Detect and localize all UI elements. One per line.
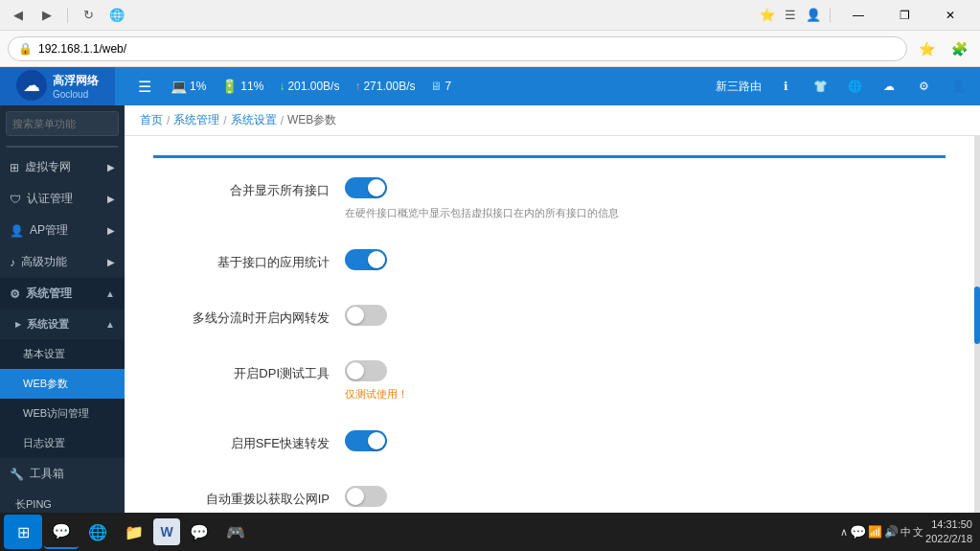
shirt-icon[interactable]: 👕 [809, 76, 831, 97]
taskbar-app-game[interactable]: 🎮 [218, 515, 253, 549]
toggle-sfe-forward[interactable] [345, 430, 387, 451]
globe-icon[interactable]: 🌐 [106, 5, 127, 26]
toggle-merge-interfaces[interactable] [345, 177, 387, 198]
forward-btn[interactable]: ▶ [36, 5, 57, 26]
setting-control: 在硬件接口概览中显示包括虚拟接口在内的所有接口的信息 [345, 177, 619, 220]
setting-desc: 在硬件接口概览中显示包括虚拟接口在内的所有接口的信息 [345, 206, 619, 220]
settings-icon[interactable]: ⚙ [913, 76, 934, 97]
toggle-multiline-nat[interactable] [345, 305, 387, 326]
arrow-icon: ▶ [107, 194, 115, 204]
main-layout: 悬浮式 下拉式 ⊞ 虚拟专网 ▶ 🛡 认证管理 ▶ 👤 AP管理 ▶ ♪ 高级功… [0, 105, 980, 513]
sidebar-item-log-settings[interactable]: 日志设置 [0, 428, 125, 458]
sidebar-item-basic-settings[interactable]: 基本设置 [0, 339, 125, 369]
back-btn[interactable]: ◀ [8, 5, 29, 26]
content-area: 首页 / 系统管理 / 系统设置 / WEB参数 合并显示所有接口 在硬件接口概… [125, 105, 980, 513]
sidebar-item-virtual-net[interactable]: ⊞ 虚拟专网 ▶ [0, 151, 125, 183]
sidebar-item-label: 工具箱 [30, 466, 64, 482]
systray-volume[interactable]: 🔊 [884, 525, 899, 539]
logo-text: 高浮网络 Gocloud [53, 73, 99, 100]
start-button[interactable]: ⊞ [4, 515, 42, 549]
scrollbar[interactable] [974, 136, 980, 513]
auth-icon: 🛡 [10, 193, 21, 206]
setting-label: 多线分流时开启内网转发 [153, 305, 345, 332]
sidebar-item-tools[interactable]: 🔧 工具箱 [0, 458, 125, 490]
user-icon[interactable]: 👤 [947, 76, 969, 97]
systray-lang[interactable]: 中 [900, 525, 911, 540]
toggle-knob [368, 179, 385, 196]
router-name: 新三路由 [716, 79, 762, 95]
setting-control [345, 305, 387, 326]
view-toggle: 悬浮式 下拉式 [6, 146, 119, 148]
titlebar-nav: ◀ ▶ ↻ 🌐 [8, 5, 127, 26]
sidebar-item-sys-settings[interactable]: ▸ 系统设置 ▲ [0, 310, 125, 339]
sidebar-item-auth[interactable]: 🛡 认证管理 ▶ [0, 183, 125, 215]
taskbar: ⊞ 💬 🌐 📁 W 💬 🎮 ∧ 💬 📶 🔊 中 文 14:31:50 2022/… [0, 513, 980, 551]
setting-label: 合并显示所有接口 [153, 177, 345, 204]
globe2-icon[interactable]: 🌐 [844, 76, 865, 97]
sidebar-item-label: 系统管理 [26, 286, 72, 302]
breadcrumb-sys-settings[interactable]: 系统设置 [231, 112, 277, 128]
sidebar-item-label: 虚拟专网 [25, 159, 71, 175]
setting-label: 启用SFE快速转发 [153, 430, 345, 457]
toggle-knob [347, 488, 364, 505]
taskbar-app-word[interactable]: W [153, 518, 180, 545]
setting-control [345, 249, 387, 270]
maximize-btn[interactable]: ❐ [882, 0, 926, 31]
breadcrumb-home[interactable]: 首页 [140, 112, 163, 128]
systray-chat[interactable]: 💬 [850, 524, 866, 540]
share-icon[interactable]: ⭐ [757, 5, 778, 26]
sidebar-item-sys-mgmt[interactable]: ⚙ 系统管理 ▲ [0, 278, 125, 310]
toggle-dpi-test[interactable] [345, 360, 387, 381]
toggle-auto-dial[interactable] [345, 486, 387, 507]
systray-lang2[interactable]: 文 [913, 525, 923, 540]
sys-mgmt-icon: ⚙ [10, 287, 20, 301]
titlebar: ◀ ▶ ↻ 🌐 ⭐ ☰ 👤 — ❐ ✕ [0, 0, 980, 31]
sidebar-item-advanced[interactable]: ♪ 高级功能 ▶ [0, 246, 125, 278]
header-actions: 新三路由 ℹ 👕 🌐 ☁ ⚙ 👤 [716, 76, 969, 97]
browser-action-ext[interactable]: 🧩 [946, 35, 972, 62]
cloud-icon[interactable]: ☁ [878, 76, 900, 97]
taskbar-time[interactable]: 14:31:50 2022/2/18 [925, 517, 972, 547]
systray-network[interactable]: 📶 [868, 525, 882, 539]
sidebar-item-long-ping[interactable]: 长PING [0, 490, 125, 513]
browser-toolbar: 🔒 192.168.1.1/web/ ⭐ 🧩 [0, 31, 980, 67]
arrow-icon: ▶ [107, 225, 115, 236]
close-btn[interactable]: ✕ [928, 0, 972, 31]
browser-action-star[interactable]: ⭐ [913, 35, 940, 62]
sidebar-item-label: 高级功能 [21, 254, 67, 270]
profile-icon[interactable]: 👤 [803, 5, 824, 26]
arrow-icon: ▶ [107, 257, 115, 267]
taskbar-app-explorer[interactable]: 📁 [117, 515, 151, 549]
float-view-btn[interactable]: 悬浮式 [7, 147, 62, 148]
stats-bar: ☁ 高浮网络 Gocloud ☰ 💻 1% 🔋 11% ↓ 201.00B/s … [0, 67, 980, 105]
toggle-knob [347, 362, 364, 379]
menu-icon[interactable]: ☰ [780, 5, 801, 26]
taskbar-app-wechat[interactable]: 💬 [182, 515, 217, 549]
breadcrumb: 首页 / 系统管理 / 系统设置 / WEB参数 [125, 105, 980, 136]
info-icon[interactable]: ℹ [775, 76, 796, 97]
setting-app-stats: 基于接口的应用统计 [153, 249, 946, 286]
sidebar-item-ap[interactable]: 👤 AP管理 ▶ [0, 215, 125, 246]
dropdown-view-btn[interactable]: 下拉式 [62, 147, 118, 148]
taskbar-apps: 💬 🌐 📁 W 💬 🎮 [44, 515, 253, 549]
minimize-btn[interactable]: — [836, 0, 880, 31]
download-stat: ↓ 201.00B/s [279, 80, 339, 93]
toggle-app-stats[interactable] [345, 249, 387, 270]
sidebar-item-label: 认证管理 [27, 191, 73, 207]
sidebar-item-label: 系统设置 [27, 317, 69, 332]
taskbar-app-edge[interactable]: 🌐 [80, 515, 115, 549]
systray-expand[interactable]: ∧ [840, 526, 848, 539]
setting-label: 基于接口的应用统计 [153, 249, 345, 276]
breadcrumb-sys-mgmt[interactable]: 系统管理 [173, 112, 219, 128]
search-input[interactable] [6, 111, 119, 136]
setting-control: 仅测试使用！ [345, 360, 408, 402]
sidebar-item-web-access[interactable]: WEB访问管理 [0, 399, 125, 428]
address-bar[interactable]: 🔒 192.168.1.1/web/ [8, 36, 907, 61]
taskbar-app-browser[interactable]: 💬 [44, 515, 79, 549]
scrollbar-thumb[interactable] [974, 287, 980, 344]
sidebar-item-web-params[interactable]: WEB参数 [0, 369, 125, 399]
refresh-btn[interactable]: ↻ [78, 5, 99, 26]
setting-sfe-forward: 启用SFE快速转发 [153, 430, 946, 467]
arrow-icon: ▶ [107, 162, 115, 172]
sidebar-toggle-icon[interactable]: ☰ [134, 76, 155, 97]
